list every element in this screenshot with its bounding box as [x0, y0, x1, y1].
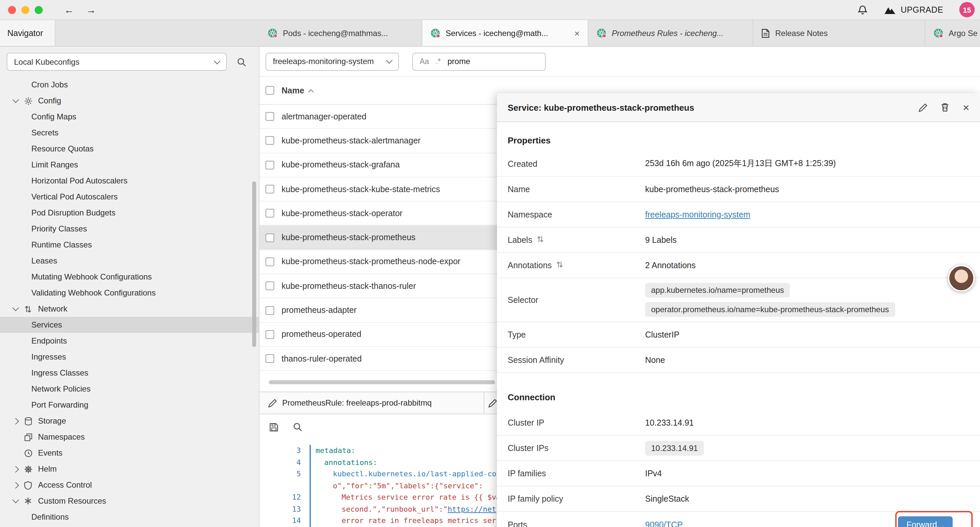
regex-toggle[interactable]: .* — [436, 57, 441, 65]
sidebar-item-namespaces[interactable]: Namespaces — [0, 429, 259, 445]
forward-button[interactable]: Forward... — [897, 516, 953, 527]
sidebar-item-custom-resources[interactable]: Custom Resources — [0, 493, 259, 509]
chevron-down-icon[interactable] — [13, 99, 24, 102]
kube-icon — [933, 28, 943, 38]
titlebar: ← → UPGRADE 15 — [0, 0, 980, 20]
list-search-input[interactable]: Aa .* prome — [412, 53, 546, 70]
detail-row-ip-family-policy: IP family policySingleStack — [497, 486, 980, 512]
sidebar-item-storage[interactable]: Storage — [0, 413, 259, 429]
detail-row-ip-families: IP familiesIPv4 — [497, 461, 980, 486]
sidebar-item-secrets[interactable]: Secrets — [0, 125, 259, 141]
editor-search-icon[interactable] — [293, 422, 302, 431]
tab-close-icon[interactable]: × — [574, 28, 580, 38]
chevron-right-icon[interactable] — [13, 419, 24, 423]
chevron-down-icon[interactable] — [13, 307, 24, 310]
tab-services-icecheng-math[interactable]: Services - icecheng@math...× — [422, 20, 589, 46]
notification-count-badge[interactable]: 15 — [959, 2, 975, 18]
column-header-name[interactable]: Name — [282, 86, 313, 95]
row-checkbox[interactable] — [266, 306, 274, 315]
namespace-select[interactable]: freeleaps-monitoring-system — [266, 53, 399, 70]
sidebar-item-services[interactable]: Services — [0, 317, 259, 333]
service-name: thanos-ruler-operated — [282, 354, 361, 363]
sort-icon[interactable] — [556, 261, 563, 270]
maximize-window-button[interactable] — [35, 6, 43, 14]
sidebar-item-resource-quotas[interactable]: Resource Quotas — [0, 141, 259, 157]
sidebar-item-label: Port Forwarding — [31, 400, 88, 409]
minimize-window-button[interactable] — [21, 6, 29, 14]
select-all-checkbox[interactable] — [266, 86, 274, 95]
tab-prometheus-rules-icecheng[interactable]: Prometheus Rules - icecheng... — [589, 20, 753, 46]
row-checkbox[interactable] — [266, 185, 274, 193]
line-code: Metrics service error rate is {{ $va — [311, 493, 501, 502]
sidebar-item-access-control[interactable]: Access Control — [0, 477, 259, 493]
sidebar-item-ingresses[interactable]: Ingresses — [0, 349, 259, 365]
sidebar-item-ingress-classes[interactable]: Ingress Classes — [0, 365, 259, 381]
sidebar-item-port-forwarding[interactable]: Port Forwarding — [0, 397, 259, 413]
sidebar-item-config-maps[interactable]: Config Maps — [0, 109, 259, 125]
detail-value: SingleStack — [645, 494, 689, 503]
navigator-tab[interactable]: Navigator — [0, 20, 56, 46]
close-drawer-button[interactable]: × — [963, 102, 969, 113]
sidebar-item-priority-classes[interactable]: Priority Classes — [0, 221, 259, 237]
save-icon[interactable] — [269, 423, 278, 431]
layers-icon — [24, 433, 38, 441]
main-body: Local Kubeconfigs Cron JobsConfigConfig … — [0, 47, 980, 527]
sidebar-item-helm[interactable]: Helm — [0, 461, 259, 477]
chevron-right-icon[interactable] — [13, 466, 24, 471]
sidebar-item-limit-ranges[interactable]: Limit Ranges — [0, 157, 259, 173]
shield-icon — [24, 481, 38, 489]
kubeconfig-select[interactable]: Local Kubeconfigs — [7, 53, 227, 71]
namespace-link[interactable]: freeleaps-monitoring-system — [645, 210, 750, 219]
tab-label: Pods - icecheng@mathmas... — [283, 29, 388, 38]
chevron-right-icon[interactable] — [13, 482, 24, 487]
dock-tab-prometheusrule[interactable]: PrometheusRule: freeleaps-prod-rabbitmq — [259, 392, 484, 414]
sort-icon[interactable] — [537, 235, 544, 245]
sidebar-item-label: Namespaces — [38, 432, 85, 442]
sidebar-scrollbar[interactable] — [252, 182, 256, 347]
detail-row-labels: Labels9 Labels — [497, 228, 980, 253]
upgrade-button[interactable]: UPGRADE — [884, 5, 943, 14]
edit-button[interactable] — [919, 103, 927, 112]
forward-button[interactable]: → — [86, 4, 96, 15]
notifications-bell-icon[interactable] — [857, 4, 868, 15]
row-checkbox[interactable] — [266, 112, 274, 121]
sidebar-item-cron-jobs[interactable]: Cron Jobs — [0, 77, 259, 93]
horizontal-scrollbar[interactable] — [269, 380, 495, 384]
tab-release-notes[interactable]: Release Notes — [753, 20, 925, 46]
sidebar-item-vertical-pod-autoscalers[interactable]: Vertical Pod Autoscalers — [0, 189, 259, 205]
row-checkbox[interactable] — [266, 161, 274, 169]
sidebar-item-network-policies[interactable]: Network Policies — [0, 381, 259, 397]
back-button[interactable]: ← — [64, 4, 74, 15]
port-link[interactable]: 9090/TCP — [645, 520, 683, 527]
sidebar-item-label: Events — [38, 448, 62, 458]
sidebar-item-pod-disruption-budgets[interactable]: Pod Disruption Budgets — [0, 205, 259, 221]
delete-button[interactable] — [941, 103, 949, 112]
tab-pods-icecheng-mathmas[interactable]: Pods - icecheng@mathmas... — [259, 20, 422, 46]
sidebar-item-runtime-classes[interactable]: Runtime Classes — [0, 237, 259, 253]
sidebar-item-endpoints[interactable]: Endpoints — [0, 333, 259, 349]
row-checkbox[interactable] — [266, 354, 274, 363]
match-case-toggle[interactable]: Aa — [420, 57, 429, 65]
tab-argo-se[interactable]: Argo Se — [925, 20, 980, 46]
sidebar-item-leases[interactable]: Leases — [0, 253, 259, 269]
row-checkbox[interactable] — [266, 282, 274, 290]
row-checkbox[interactable] — [266, 137, 274, 145]
sidebar-item-horizontal-pod-autoscalers[interactable]: Horizontal Pod Autoscalers — [0, 173, 259, 189]
user-avatar[interactable] — [948, 265, 975, 291]
row-checkbox[interactable] — [266, 209, 274, 218]
sidebar-item-label: Helm — [38, 464, 57, 474]
sidebar-item-events[interactable]: Events — [0, 445, 259, 461]
sidebar-item-config[interactable]: Config — [0, 93, 259, 109]
chevron-down-icon[interactable] — [13, 500, 24, 502]
row-checkbox[interactable] — [266, 258, 274, 266]
row-checkbox[interactable] — [266, 330, 274, 339]
sidebar-item-label: Horizontal Pod Autoscalers — [31, 176, 127, 185]
close-window-button[interactable] — [8, 6, 16, 14]
row-checkbox[interactable] — [266, 233, 274, 242]
sidebar-item-mutating-webhook-configurations[interactable]: Mutating Webhook Configurations — [0, 269, 259, 285]
sidebar-item-network[interactable]: Network — [0, 301, 259, 317]
sidebar-item-definitions[interactable]: Definitions — [0, 509, 259, 525]
sidebar-item-validating-webhook-configurations[interactable]: Validating Webhook Configurations — [0, 285, 259, 301]
kube-icon — [430, 28, 440, 38]
sidebar-search-icon[interactable] — [237, 57, 246, 66]
